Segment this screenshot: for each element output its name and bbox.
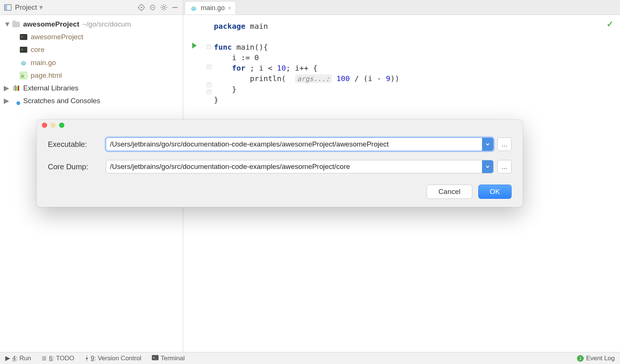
fold-toggle[interactable] <box>207 44 211 49</box>
terminal-icon: >_ <box>152 355 159 362</box>
external-label: External Libraries <box>23 82 79 95</box>
project-root[interactable]: ▼ awesomeProject ~/go/src/docum <box>1 18 181 31</box>
html-file-icon <box>19 71 28 80</box>
run-gutter-icon[interactable] <box>192 43 197 49</box>
expand-toggle[interactable]: ▶ <box>4 95 9 107</box>
event-log-button[interactable]: 1 Event Log <box>577 355 615 362</box>
svg-point-21 <box>191 6 196 11</box>
svg-point-14 <box>22 62 23 63</box>
scratches-label: Scratches and Consoles <box>23 95 100 107</box>
external-libraries[interactable]: ▶ External Libraries <box>1 82 181 95</box>
gear-icon[interactable] <box>160 3 168 12</box>
project-path: ~/go/src/docum <box>82 18 131 31</box>
core-dump-dialog: Executable: ... Core Dump: ... Cancel OK <box>37 120 523 207</box>
parameter-hint: args...: <box>295 74 332 83</box>
folder-icon <box>12 20 20 28</box>
file-label: awesomeProject <box>31 31 83 43</box>
executable-input[interactable] <box>106 138 482 151</box>
run-icon: ▶ <box>5 354 10 362</box>
svg-rect-1 <box>4 4 7 10</box>
vcs-icon: ⍿ <box>85 355 89 362</box>
browse-button[interactable]: ... <box>497 160 512 173</box>
coredump-label: Core Dump: <box>48 163 102 171</box>
executable-label: Executable: <box>48 140 102 149</box>
fold-toggle[interactable] <box>207 65 211 69</box>
todo-toolwindow-button[interactable]: ≣ 6: TODO <box>42 354 74 362</box>
project-view-icon <box>4 3 12 12</box>
svg-point-16 <box>23 64 24 64</box>
dropdown-button[interactable] <box>482 160 493 173</box>
dropdown-button[interactable] <box>482 138 493 151</box>
scratches-icon <box>12 97 20 105</box>
executable-icon <box>19 33 28 41</box>
tree-item-main-go[interactable]: main.go <box>1 56 181 69</box>
file-label: main.go <box>31 56 56 69</box>
project-name: awesomeProject <box>23 18 79 31</box>
close-icon[interactable]: × <box>228 5 231 12</box>
go-file-icon <box>19 59 28 67</box>
coredump-row: Core Dump: ... <box>48 160 512 173</box>
close-window-icon[interactable] <box>42 123 47 128</box>
browse-button[interactable]: ... <box>497 138 512 151</box>
inspection-ok-icon[interactable]: ✓ <box>607 19 613 29</box>
tree-item-page-html[interactable]: page.html <box>1 69 181 82</box>
vcs-toolwindow-button[interactable]: ⍿ 9: Version Control <box>85 355 141 362</box>
cancel-button[interactable]: Cancel <box>427 185 472 199</box>
project-label: Project <box>15 3 37 12</box>
executable-combobox[interactable] <box>106 138 494 151</box>
chevron-down-icon: ▾ <box>39 3 43 12</box>
ok-button[interactable]: OK <box>478 185 512 199</box>
minimize-icon[interactable] <box>171 3 179 12</box>
go-file-icon <box>190 4 198 12</box>
file-label: page.html <box>31 69 62 82</box>
svg-point-9 <box>163 6 165 9</box>
fold-toggle[interactable] <box>207 90 211 94</box>
svg-rect-20 <box>18 86 19 91</box>
svg-point-25 <box>194 7 195 8</box>
libraries-icon <box>12 84 20 92</box>
executable-icon <box>19 46 28 54</box>
terminal-toolwindow-button[interactable]: >_ Terminal <box>152 355 185 362</box>
executable-row: Executable: ... <box>48 138 512 151</box>
project-toolbar: Project ▾ <box>0 0 183 15</box>
zoom-window-icon[interactable] <box>59 123 64 128</box>
coredump-input[interactable] <box>106 160 482 173</box>
project-dropdown[interactable]: Project ▾ <box>15 3 43 12</box>
svg-rect-18 <box>15 85 16 91</box>
expand-toggle[interactable]: ▼ <box>4 18 9 31</box>
svg-rect-17 <box>13 86 15 91</box>
locate-icon[interactable] <box>137 3 145 12</box>
minimize-window-icon <box>50 123 56 128</box>
tab-main-go[interactable]: main.go × <box>185 1 236 15</box>
svg-point-3 <box>141 7 142 8</box>
scratches-consoles[interactable]: ▶ Scratches and Consoles <box>1 95 181 107</box>
list-icon: ≣ <box>42 354 47 362</box>
tab-label: main.go <box>201 4 225 12</box>
run-toolwindow-button[interactable]: ▶ 4: Run <box>5 354 31 362</box>
project-tree[interactable]: ▼ awesomeProject ~/go/src/docum awesomeP… <box>0 15 183 110</box>
notification-badge: 1 <box>577 355 584 362</box>
collapse-icon[interactable] <box>148 3 157 12</box>
expand-toggle[interactable]: ▶ <box>4 82 9 95</box>
svg-point-11 <box>21 61 26 65</box>
dialog-titlebar[interactable] <box>37 120 523 131</box>
coredump-combobox[interactable] <box>106 160 494 173</box>
svg-point-24 <box>192 7 193 8</box>
svg-rect-19 <box>16 86 18 91</box>
tree-item-core[interactable]: core <box>1 43 181 56</box>
file-label: core <box>31 43 44 56</box>
tree-item-awesomeproject[interactable]: awesomeProject <box>1 31 181 43</box>
fold-toggle[interactable] <box>207 83 211 87</box>
svg-point-15 <box>24 62 25 63</box>
svg-text:>_: >_ <box>153 356 157 360</box>
bottom-toolbar: ▶ 4: Run ≣ 6: TODO ⍿ 9: Version Control … <box>0 352 620 364</box>
editor-tabs: main.go × <box>183 0 620 15</box>
